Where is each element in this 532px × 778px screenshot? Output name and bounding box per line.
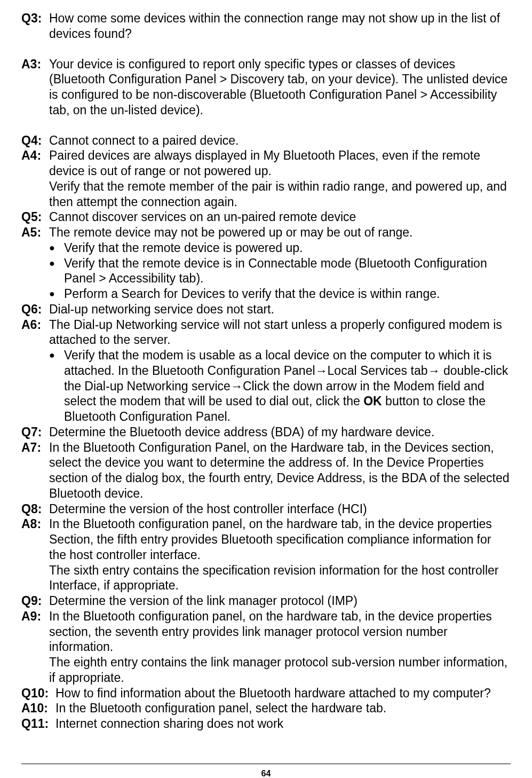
q7-text: Determine the Bluetooth device address (… (49, 425, 511, 440)
a3-text: Your device is configured to report only… (49, 57, 511, 118)
a9-p2: The eighth entry contains the link manag… (49, 655, 511, 686)
q9-row: Q9: Determine the version of the link ma… (21, 593, 511, 609)
q10-text: How to find information about the Blueto… (55, 686, 511, 701)
q10-row: Q10: How to find information about the B… (21, 686, 511, 701)
spacer (21, 118, 511, 133)
q3-label: Q3: (21, 11, 49, 42)
a10-row: A10: In the Bluetooth configuration pane… (21, 701, 511, 716)
q7-row: Q7: Determine the Bluetooth device addre… (21, 425, 511, 440)
a4-row: A4: Paired devices are always displayed … (21, 148, 511, 209)
a5-label: A5: (21, 225, 49, 240)
q4-row: Q4: Cannot connect to a paired device. (21, 133, 511, 148)
a3-row: A3: Your device is configured to report … (21, 57, 511, 118)
q11-text: Internet connection sharing does not wor… (55, 716, 511, 732)
q6-row: Q6: Dial-up networking service does not … (21, 302, 511, 317)
a9-row: A9: In the Bluetooth configuration panel… (21, 609, 511, 686)
a10-label: A10: (21, 701, 55, 716)
a8-content: In the Bluetooth configuration panel, on… (49, 516, 511, 593)
q5-row: Q5: Cannot discover services on an un-pa… (21, 209, 511, 225)
a5-bullet-3: ● Perform a Search for Devices to verify… (21, 286, 511, 302)
a9-content: In the Bluetooth configuration panel, on… (49, 609, 511, 686)
a5-bullet-2: ● Verify that the remote device is in Co… (21, 256, 511, 287)
q11-label: Q11: (21, 716, 55, 732)
a6-bullet-1: ● Verify that the modem is usable as a l… (21, 348, 511, 425)
bullet-icon: ● (49, 256, 64, 287)
q5-text: Cannot discover services on an un-paired… (49, 209, 511, 225)
a5-b1-text: Verify that the remote device is powered… (64, 240, 511, 256)
a5-b2-text: Verify that the remote device is in Conn… (64, 256, 511, 287)
q9-text: Determine the version of the link manage… (49, 593, 511, 609)
bullet-icon: ● (49, 240, 64, 256)
a7-text: In the Bluetooth Configuration Panel, on… (49, 440, 511, 501)
q4-label: Q4: (21, 133, 49, 148)
a8-label: A8: (21, 516, 49, 593)
q5-label: Q5: (21, 209, 49, 225)
a6-b1-bold: OK (363, 394, 382, 408)
q3-text: How come some devices within the connect… (49, 11, 511, 42)
spacer (21, 42, 511, 57)
q8-label: Q8: (21, 501, 49, 517)
a4-content: Paired devices are always displayed in M… (49, 148, 511, 209)
q9-label: Q9: (21, 593, 49, 609)
a7-label: A7: (21, 440, 49, 501)
a8-row: A8: In the Bluetooth configuration panel… (21, 516, 511, 593)
a7-row: A7: In the Bluetooth Configuration Panel… (21, 440, 511, 501)
a6-row: A6: The Dial-up Networking service will … (21, 317, 511, 348)
a10-text: In the Bluetooth configuration panel, se… (55, 701, 511, 716)
a4-p2: Verify that the remote member of the pai… (49, 179, 511, 210)
a6-intro: The Dial-up Networking service will not … (49, 317, 511, 348)
a5-row: A5: The remote device may not be powered… (21, 225, 511, 240)
page-number: 64 (21, 764, 511, 778)
a8-p2: The sixth entry contains the specificati… (49, 563, 511, 594)
a5-intro: The remote device may not be powered up … (49, 225, 511, 240)
bullet-icon: ● (49, 348, 64, 425)
a6-label: A6: (21, 317, 49, 348)
q8-text: Determine the version of the host contro… (49, 501, 511, 517)
a5-bullet-1: ● Verify that the remote device is power… (21, 240, 511, 256)
a4-label: A4: (21, 148, 49, 209)
q10-label: Q10: (21, 686, 55, 701)
q6-label: Q6: (21, 302, 49, 317)
a3-label: A3: (21, 57, 49, 118)
q6-text: Dial-up networking service does not star… (49, 302, 511, 317)
q3-row: Q3: How come some devices within the con… (21, 11, 511, 42)
q4-text: Cannot connect to a paired device. (49, 133, 511, 148)
q7-label: Q7: (21, 425, 49, 440)
q11-row: Q11: Internet connection sharing does no… (21, 716, 511, 732)
a4-p1: Paired devices are always displayed in M… (49, 148, 511, 179)
a9-label: A9: (21, 609, 49, 686)
a5-b3-text: Perform a Search for Devices to verify t… (64, 286, 511, 302)
a8-p1: In the Bluetooth configuration panel, on… (49, 516, 511, 562)
bullet-icon: ● (49, 286, 64, 302)
a6-b1-text: Verify that the modem is usable as a loc… (64, 348, 511, 425)
q8-row: Q8: Determine the version of the host co… (21, 501, 511, 517)
a9-p1: In the Bluetooth configuration panel, on… (49, 609, 511, 655)
